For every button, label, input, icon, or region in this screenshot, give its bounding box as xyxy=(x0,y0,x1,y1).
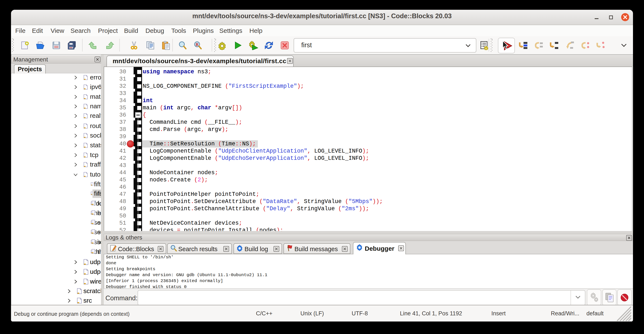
svg-text:R: R xyxy=(196,42,199,47)
